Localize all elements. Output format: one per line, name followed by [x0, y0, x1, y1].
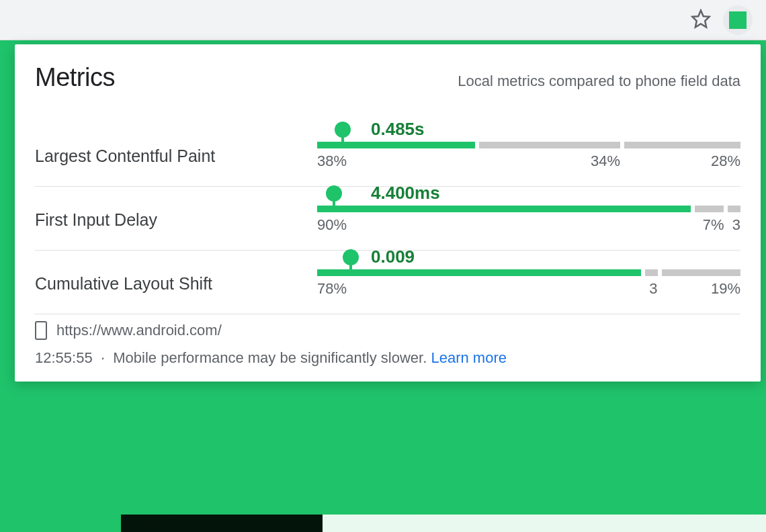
label-poor: 3 — [728, 216, 740, 234]
metric-row-lcp: Largest Contentful Paint 0.485s 38% 34% … — [35, 123, 740, 187]
metric-label: Largest Contentful Paint — [35, 146, 317, 166]
distribution-labels: 90% 7% 3 — [317, 216, 740, 234]
bookmark-star-icon[interactable] — [691, 9, 711, 32]
footer-url: https://www.android.com/ — [56, 322, 222, 339]
metric-viz-cls: 0.009 78% 3 19% — [317, 269, 740, 298]
metric-marker-icon — [343, 249, 359, 265]
label-poor: 19% — [662, 280, 740, 298]
phone-icon — [35, 321, 47, 340]
distribution-labels: 78% 3 19% — [317, 280, 740, 298]
distribution-bar — [317, 269, 740, 276]
segment-needs-improvement — [645, 269, 658, 276]
footer-time: 12:55:55 — [35, 349, 93, 366]
metric-viz-lcp: 0.485s 38% 34% 28% — [317, 142, 740, 170]
footer-note: Mobile performance may be significantly … — [113, 349, 427, 366]
metric-value: 0.009 — [371, 247, 415, 267]
metric-marker-icon — [326, 185, 342, 202]
web-vitals-popup: Metrics Local metrics compared to phone … — [15, 44, 761, 382]
label-good: 90% — [317, 216, 691, 234]
footer-separator: · — [101, 349, 105, 366]
popup-subtitle: Local metrics compared to phone field da… — [458, 73, 740, 90]
metric-row-fid: First Input Delay 4.400ms 90% 7% 3 — [35, 187, 740, 251]
distribution-labels: 38% 34% 28% — [317, 152, 740, 170]
metric-marker-icon — [335, 122, 351, 138]
label-needs-improvement: 3 — [645, 280, 658, 298]
browser-toolbar — [0, 0, 766, 40]
popup-title: Metrics — [35, 63, 115, 92]
extension-badge[interactable] — [723, 5, 753, 35]
label-needs-improvement: 34% — [479, 152, 620, 170]
segment-good — [317, 206, 691, 212]
label-poor: 28% — [624, 152, 740, 170]
segment-good — [317, 269, 641, 276]
segment-poor — [624, 142, 740, 148]
web-vitals-icon — [729, 11, 747, 29]
label-needs-improvement: 7% — [695, 216, 724, 234]
popup-footer: https://www.android.com/ 12:55:55 · Mobi… — [35, 321, 740, 367]
footer-url-row: https://www.android.com/ — [35, 321, 740, 340]
page-background-strip — [121, 515, 766, 532]
metric-row-cls: Cumulative Layout Shift 0.009 78% 3 19% — [35, 251, 740, 314]
metric-label: Cumulative Layout Shift — [35, 274, 317, 294]
svg-marker-0 — [693, 10, 710, 27]
distribution-bar — [317, 206, 740, 212]
segment-poor — [662, 269, 740, 276]
label-good: 78% — [317, 280, 641, 298]
popup-header: Metrics Local metrics compared to phone … — [35, 63, 740, 92]
label-good: 38% — [317, 152, 475, 170]
metric-viz-fid: 4.400ms 90% 7% 3 — [317, 206, 740, 234]
segment-needs-improvement — [695, 206, 724, 212]
segment-poor — [728, 206, 740, 212]
learn-more-link[interactable]: Learn more — [431, 349, 507, 366]
metric-label: First Input Delay — [35, 210, 317, 230]
footer-note-row: 12:55:55 · Mobile performance may be sig… — [35, 349, 740, 367]
distribution-bar — [317, 142, 740, 148]
metric-value: 0.485s — [371, 119, 425, 140]
metric-value: 4.400ms — [371, 183, 440, 204]
segment-needs-improvement — [479, 142, 620, 148]
